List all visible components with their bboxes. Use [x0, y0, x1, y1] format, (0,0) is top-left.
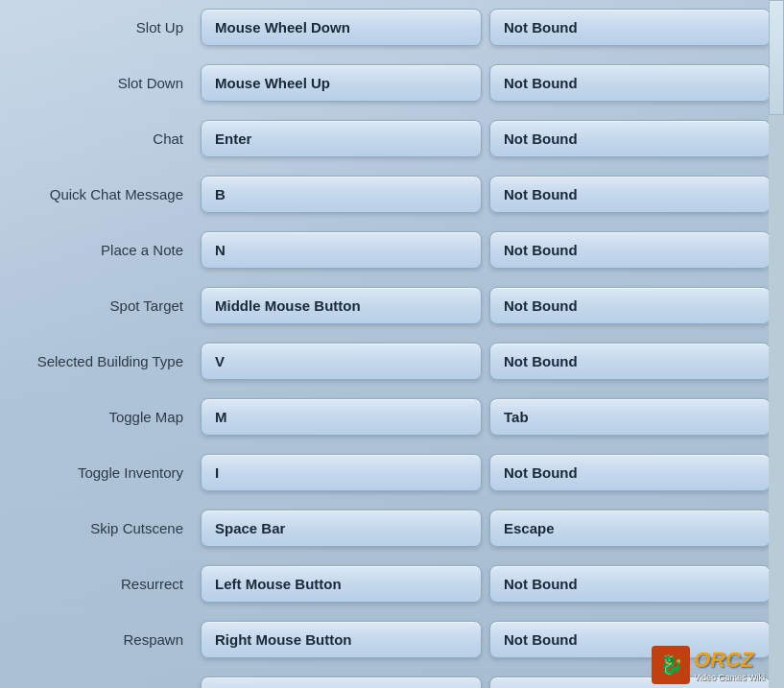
orcz-brand: ORCZ: [694, 648, 765, 673]
scrollbar[interactable]: [769, 0, 784, 688]
primary-key-button[interactable]: N: [201, 231, 482, 269]
secondary-key-button[interactable]: Not Bound: [489, 120, 771, 157]
primary-key-button[interactable]: Mouse Wheel Down: [201, 9, 482, 46]
secondary-key-button[interactable]: Not Bound: [489, 454, 771, 491]
secondary-key-button[interactable]: Not Bound: [489, 231, 771, 269]
scrollbar-thumb[interactable]: [769, 0, 784, 115]
action-label: Chat: [0, 130, 197, 147]
table-row: ChatEnterNot Bound: [0, 111, 784, 167]
action-label: Slot Down: [0, 75, 197, 91]
primary-key-button[interactable]: Mouse Wheel Up: [201, 64, 482, 102]
primary-key-button[interactable]: V: [201, 343, 482, 380]
primary-key-button[interactable]: B: [201, 176, 482, 213]
secondary-key-button[interactable]: Escape: [489, 510, 771, 547]
table-row: Spot TargetMiddle Mouse ButtonNot Bound: [0, 278, 784, 334]
orcz-icon: 🐉: [652, 646, 690, 684]
table-row: Skip CutsceneSpace BarEscape: [0, 501, 784, 557]
table-row: Toggle MapMTab: [0, 390, 784, 445]
action-label: Selected Building Type: [0, 353, 197, 369]
table-row: Slot UpMouse Wheel DownNot Bound: [0, 0, 784, 56]
orcz-sub: Video Games Wiki: [694, 673, 765, 683]
action-label: Place a Note: [0, 242, 197, 258]
table-row: Slot DownMouse Wheel UpNot Bound: [0, 56, 784, 111]
action-label: Quick Chat Message: [0, 186, 197, 202]
action-label: Toggle Map: [0, 409, 197, 425]
table-row: Quick Chat MessageBNot Bound: [0, 167, 784, 223]
table-row: Place a NoteNNot Bound: [0, 223, 784, 278]
action-label: Skip Cutscene: [0, 520, 197, 536]
action-label: Resurrect: [0, 576, 197, 592]
table-row: ResurrectLeft Mouse ButtonNot Bound: [0, 557, 784, 612]
secondary-key-button[interactable]: Not Bound: [489, 176, 771, 213]
action-label: Slot Up: [0, 19, 197, 36]
primary-key-button[interactable]: Space Bar: [201, 510, 482, 547]
secondary-key-button[interactable]: Not Bound: [489, 343, 771, 380]
primary-key-button[interactable]: Middle Mouse Button: [201, 287, 482, 324]
table-row: Selected Building TypeVNot Bound: [0, 334, 784, 390]
primary-key-button[interactable]: Left Ctrl: [201, 676, 482, 688]
primary-key-button[interactable]: Right Mouse Button: [201, 621, 482, 658]
orcz-logo: 🐉 ORCZ Video Games Wiki: [652, 646, 765, 684]
secondary-key-button[interactable]: Not Bound: [489, 565, 771, 603]
keybinds-table: Slot UpMouse Wheel DownNot BoundSlot Dow…: [0, 0, 784, 688]
action-label: Toggle Inventory: [0, 464, 197, 481]
action-label: Respawn: [0, 631, 197, 648]
secondary-key-button[interactable]: Tab: [489, 398, 771, 436]
secondary-key-button[interactable]: Not Bound: [489, 9, 771, 46]
action-label: Spot Target: [0, 297, 197, 314]
primary-key-button[interactable]: Enter: [201, 120, 482, 157]
primary-key-button[interactable]: Left Mouse Button: [201, 565, 482, 603]
primary-key-button[interactable]: I: [201, 454, 482, 491]
table-row: Toggle InventoryINot Bound: [0, 445, 784, 501]
secondary-key-button[interactable]: Not Bound: [489, 64, 771, 102]
secondary-key-button[interactable]: Not Bound: [489, 287, 771, 324]
primary-key-button[interactable]: M: [201, 398, 482, 436]
